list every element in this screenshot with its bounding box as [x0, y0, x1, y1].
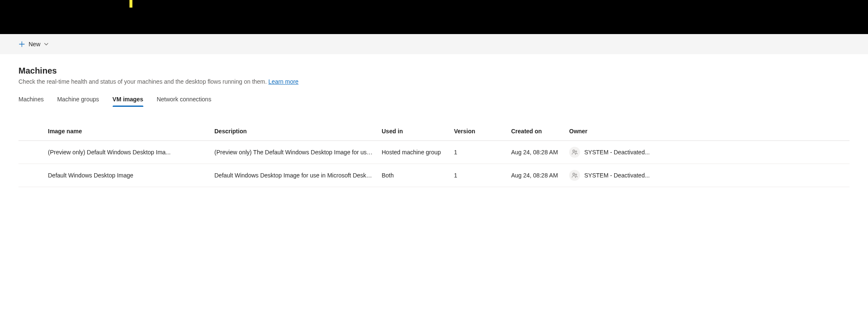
column-header-used-in[interactable]: Used in	[377, 122, 450, 141]
table-header-row: Image name Description Used in Version C…	[18, 122, 850, 141]
command-bar: New	[0, 34, 868, 54]
column-header-version[interactable]: Version	[450, 122, 507, 141]
column-header-image-name[interactable]: Image name	[44, 122, 210, 141]
plus-icon	[18, 41, 25, 48]
svg-point-3	[575, 174, 577, 175]
cell-owner: SYSTEM - Deactivated...	[565, 141, 850, 164]
column-header-description[interactable]: Description	[210, 122, 377, 141]
cell-owner-text: SYSTEM - Deactivated...	[584, 172, 650, 179]
cell-version: 1	[450, 164, 507, 187]
row-select-cell[interactable]	[18, 141, 44, 164]
tab-machine-groups[interactable]: Machine groups	[57, 93, 99, 107]
learn-more-link[interactable]: Learn more	[269, 78, 299, 85]
svg-point-0	[573, 150, 575, 152]
page-content: Machines Check the real-time health and …	[0, 54, 868, 187]
tab-bar: Machines Machine groups VM images Networ…	[18, 93, 850, 107]
person-icon	[569, 147, 580, 158]
row-select-cell[interactable]	[18, 164, 44, 187]
tab-vm-images[interactable]: VM images	[113, 93, 143, 107]
cell-version: 1	[450, 141, 507, 164]
cell-image-name[interactable]: Default Windows Desktop Image	[44, 164, 210, 187]
cell-used-in: Hosted machine group	[377, 141, 450, 164]
tab-network-connections[interactable]: Network connections	[157, 93, 211, 107]
svg-point-2	[573, 173, 575, 175]
cell-owner-text: SYSTEM - Deactivated...	[584, 149, 650, 156]
vm-images-table: Image name Description Used in Version C…	[18, 122, 850, 187]
svg-point-1	[575, 151, 577, 152]
person-icon	[569, 170, 580, 181]
cell-used-in: Both	[377, 164, 450, 187]
new-button-label: New	[29, 41, 40, 48]
page-description: Check the real-time health and status of…	[18, 78, 850, 85]
table-row[interactable]: (Preview only) Default Windows Desktop I…	[18, 141, 850, 164]
cell-owner: SYSTEM - Deactivated...	[565, 164, 850, 187]
top-bar-accent	[129, 0, 132, 8]
chevron-down-icon	[44, 42, 49, 47]
tab-machines[interactable]: Machines	[18, 93, 44, 107]
table-row[interactable]: Default Windows Desktop Image Default Wi…	[18, 164, 850, 187]
cell-image-name[interactable]: (Preview only) Default Windows Desktop I…	[44, 141, 210, 164]
column-header-created-on[interactable]: Created on	[507, 122, 565, 141]
cell-created-on: Aug 24, 08:28 AM	[507, 141, 565, 164]
column-header-owner[interactable]: Owner	[565, 122, 850, 141]
cell-created-on: Aug 24, 08:28 AM	[507, 164, 565, 187]
cell-description: (Preview only) The Default Windows Deskt…	[210, 141, 377, 164]
top-app-bar	[0, 0, 868, 34]
page-description-text: Check the real-time health and status of…	[18, 78, 269, 85]
new-button[interactable]: New	[17, 38, 50, 50]
column-header-select	[18, 122, 44, 141]
cell-description: Default Windows Desktop Image for use in…	[210, 164, 377, 187]
page-title: Machines	[18, 66, 850, 76]
